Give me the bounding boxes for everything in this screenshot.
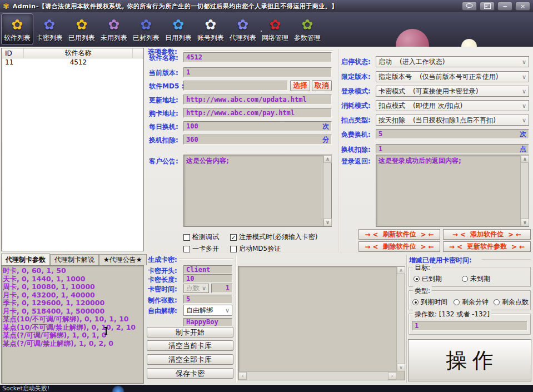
main-toolbar: ✿ 软件列表 ✿ 卡密列表 ✿ 已用列表 ✿ 未用列表 ✿ 已封列表 ✿ 日用列… bbox=[0, 12, 533, 47]
field-label: 卡密长度: bbox=[148, 275, 177, 285]
scroll-down-icon[interactable]: ∨ bbox=[323, 219, 332, 226]
form-button[interactable] bbox=[480, 2, 495, 11]
agent-panel: 代理制卡参数 代理制卡解说 ★代理公告★ 时卡, 0, 60, 1, 50 天卡… bbox=[1, 254, 144, 384]
tab-agent-card-guide[interactable]: 代理制卡解说 bbox=[50, 254, 99, 265]
column-header-extra bbox=[133, 48, 142, 58]
save-cards-button[interactable]: 保存卡密 bbox=[147, 368, 233, 379]
card-time-value-field[interactable]: 1 bbox=[211, 284, 232, 293]
toolbar-item-used-list[interactable]: ✿ 已用列表 bbox=[66, 13, 98, 45]
section-title-generate: 生成卡密: bbox=[148, 255, 177, 265]
checkbox-register-mode[interactable]: ✓ 注册模式时(必须输入卡密) bbox=[230, 232, 317, 242]
scroll-up-icon[interactable]: ∧ bbox=[521, 155, 529, 163]
software-md5-field[interactable] bbox=[183, 81, 288, 91]
field-label: 卡密开头: bbox=[148, 266, 177, 276]
tab-agent-notice[interactable]: ★代理公告★ bbox=[99, 254, 147, 265]
software-name-field[interactable]: 4512 bbox=[183, 52, 332, 62]
radio-remaining-points[interactable]: 剩余点数 bbox=[494, 297, 529, 307]
daily-swap-field[interactable]: 100 次 bbox=[183, 121, 332, 131]
radio-remaining-minutes[interactable]: 剩余分钟 bbox=[454, 297, 489, 307]
field-label: 扣点类型: bbox=[341, 116, 371, 125]
scrollbar[interactable]: ∧ ∨ bbox=[396, 266, 405, 371]
toolbar-item-software-list[interactable]: ✿ 软件列表 bbox=[1, 13, 33, 45]
radio-not-expired[interactable]: 未到期 bbox=[462, 274, 490, 284]
version-limit-dropdown[interactable]: 指定版本号(仅当前版本号可正常使用) ∨ bbox=[376, 71, 529, 82]
update-software-params-button[interactable]: → < 更新软件参数 > ← bbox=[443, 241, 531, 252]
deduct-type-dropdown[interactable]: 按天扣除(当日授权扣除1点后不再扣) ∨ bbox=[376, 115, 529, 126]
flower-icon: ✿ bbox=[141, 17, 152, 33]
operand-field[interactable]: 1 bbox=[412, 321, 527, 331]
unbind-mode-dropdown[interactable]: 自由解绑 ∨ bbox=[183, 305, 232, 316]
card-output-textarea[interactable]: ∧ ∨ ‹ › bbox=[238, 266, 405, 380]
column-header-id[interactable]: ID bbox=[2, 48, 24, 58]
scrollbar[interactable]: ∧ ∨ bbox=[520, 155, 529, 226]
window-title: Admin-【请合法使用本软件授权系统, 你的所有行为所产生的一切都过后果均由您… bbox=[13, 2, 338, 11]
tab-agent-card-params[interactable]: 代理制卡参数 bbox=[1, 254, 50, 265]
md5-cancel-button[interactable]: 取消 bbox=[312, 80, 332, 91]
toolbar-item-account-list[interactable]: ✿ 账号列表 bbox=[195, 13, 227, 45]
column-header-name[interactable]: 软件名称 bbox=[24, 48, 133, 58]
chevron-down-icon: ∨ bbox=[522, 116, 526, 126]
card-length-field[interactable]: 10 bbox=[183, 274, 232, 283]
login-mode-dropdown[interactable]: 卡密模式(可直接使用卡密登录) ∨ bbox=[376, 86, 529, 97]
radio-checked-icon bbox=[414, 276, 420, 282]
start-making-cards-button[interactable]: 制卡开始 bbox=[147, 327, 233, 338]
status-text: Socket启动失败! bbox=[2, 385, 49, 392]
flower-icon: ✿ bbox=[302, 17, 313, 33]
checkbox-debug-detect[interactable]: 检测调试 bbox=[183, 232, 219, 242]
toolbar-item-banned-list[interactable]: ✿ 已封列表 bbox=[130, 13, 162, 45]
toolbar-item-daily-list[interactable]: ✿ 日用列表 bbox=[162, 13, 195, 45]
scrollbar[interactable]: ‹ › bbox=[238, 371, 396, 380]
swap-deduct-points-field[interactable]: 1 点 bbox=[376, 144, 529, 154]
software-list-panel: ID 软件名称 11 4512 bbox=[1, 48, 144, 251]
toolbar-item-network-mgmt[interactable]: ✿ 网络管理 bbox=[259, 13, 291, 45]
scroll-up-icon[interactable]: ∧ bbox=[397, 266, 405, 274]
operate-button[interactable]: 操作 bbox=[408, 339, 531, 381]
scroll-right-icon[interactable]: › bbox=[388, 372, 396, 380]
start-state-dropdown[interactable]: 启动(进入工作状态) ∨ bbox=[376, 56, 529, 67]
radio-expired[interactable]: 已到期 bbox=[414, 274, 442, 284]
free-swap-field[interactable]: 5 次 bbox=[376, 129, 529, 139]
chevron-down-icon: ∨ bbox=[522, 87, 526, 97]
maker-name-field[interactable]: HappyBoy bbox=[183, 318, 232, 326]
field-label: 换机扣除: bbox=[149, 136, 178, 145]
md5-choose-button[interactable]: 选择 bbox=[290, 80, 310, 91]
flower-icon: ✿ bbox=[237, 17, 249, 33]
chevron-down-icon: ∨ bbox=[202, 284, 206, 292]
chat-button[interactable] bbox=[462, 2, 477, 11]
scroll-down-icon[interactable]: ∨ bbox=[521, 219, 529, 226]
field-label: 卡密时间: bbox=[148, 285, 177, 294]
field-label: 登录模式: bbox=[341, 87, 371, 96]
refresh-software-slot-button[interactable]: → < 刷新软件位 > ← bbox=[358, 229, 440, 240]
checkbox-md5-verify[interactable]: 启动MD5验证 bbox=[230, 244, 281, 254]
scroll-left-icon[interactable]: ‹ bbox=[238, 372, 247, 380]
announcement-textarea[interactable]: 这是公告内容; ∧ ∨ bbox=[183, 155, 332, 227]
scroll-up-icon[interactable]: ∧ bbox=[323, 155, 332, 163]
minimize-button[interactable]: − bbox=[497, 2, 512, 11]
add-software-slot-button[interactable]: → < 添加软件位 > ← bbox=[443, 229, 531, 240]
divider bbox=[338, 49, 338, 252]
toolbar-item-unused-list[interactable]: ✿ 未用列表 bbox=[98, 13, 130, 45]
scrollbar[interactable]: ∧ ∨ bbox=[323, 155, 331, 226]
table-row[interactable]: 11 4512 bbox=[2, 58, 143, 68]
toolbar-item-card-list[interactable]: ✿ 卡密列表 bbox=[33, 13, 66, 45]
agent-params-textarea[interactable]: 时卡, 0, 60, 1, 50 天卡, 0, 1440, 1, 1000 周卡… bbox=[1, 265, 144, 384]
card-prefix-field[interactable]: Client bbox=[183, 265, 232, 274]
pay-url-field[interactable]: http://www.abc.com/pay.html bbox=[183, 108, 332, 118]
toolbar-item-param-mgmt[interactable]: ✿ 参数管理 bbox=[291, 13, 323, 45]
toolbar-item-agent-list[interactable]: ✿ 代理列表 bbox=[227, 13, 259, 45]
clear-all-cardbank-button[interactable]: 清空全部卡库 bbox=[147, 354, 233, 365]
scroll-down-icon[interactable]: ∨ bbox=[397, 364, 405, 371]
close-button[interactable]: × bbox=[515, 2, 530, 11]
update-url-field[interactable]: http://www.abc.com/updata.html bbox=[183, 95, 332, 105]
login-return-textarea[interactable]: 这是登录成功后的返回内容; ∧ ∨ bbox=[376, 155, 529, 227]
current-version-field[interactable]: 1 bbox=[183, 67, 332, 77]
radio-expiry-time[interactable]: 到期时间 bbox=[412, 297, 447, 307]
checkbox-multi-open[interactable]: 一卡多开 bbox=[183, 244, 219, 254]
swap-deduct-field[interactable]: 360 分 bbox=[183, 135, 332, 145]
chevron-down-icon: ∨ bbox=[225, 306, 230, 316]
delete-software-slot-button[interactable]: → < 删除软件位 > ← bbox=[358, 241, 440, 252]
clear-current-cardbank-button[interactable]: 清空当前卡库 bbox=[147, 340, 233, 351]
consume-mode-dropdown[interactable]: 扣点模式(即使用 次/扣点) ∨ bbox=[376, 100, 529, 111]
card-time-mode-dropdown[interactable]: 点数 ∨ bbox=[183, 284, 209, 293]
card-count-field[interactable]: 5 bbox=[183, 295, 232, 304]
